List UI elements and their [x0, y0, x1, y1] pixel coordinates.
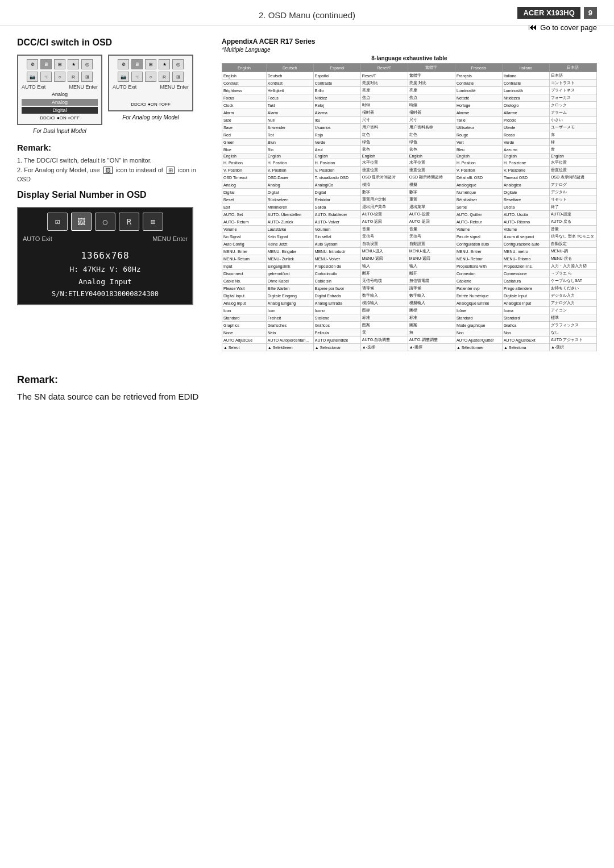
table-cell: MENU-返回 — [360, 255, 408, 263]
table-cell: Câblerie — [455, 277, 502, 285]
table-cell: MENU-進入 — [408, 248, 455, 255]
table-row: ContrastKontrastContraste亮度对比亮度 対比Contra… — [222, 80, 597, 87]
remark-icon-img: 🖼 — [103, 167, 113, 174]
table-row: GraphicsGrafischesGráficos图案圖案Mode graph… — [222, 322, 597, 329]
table-cell: AnalogiCo — [313, 181, 360, 189]
table-cell: 蓝色 — [360, 146, 408, 153]
table-cell: AUTO Ajuster/Quitter — [455, 337, 502, 344]
serial-input-type: Analog Input — [23, 276, 188, 288]
table-cell: Entrée Numérique — [455, 292, 502, 300]
table-cell: Focus — [266, 94, 313, 102]
table-row: AlarmAlarmAlarma报时器报时器AlarmeAllarmeアラーム — [222, 109, 597, 117]
table-cell: ▲ Selektieren — [266, 344, 313, 351]
table-cell: Reset/T — [360, 72, 408, 80]
table-row: ▲ Select▲ Selektieren▲ Seleccionar▲-选择▲-… — [222, 344, 597, 351]
table-cell: Bleu — [455, 146, 502, 153]
table-cell: AUTO アジャスト — [549, 337, 596, 344]
col-header: Espanol — [313, 64, 360, 72]
table-cell: 无 — [360, 329, 408, 337]
table-cell: Sin señal — [313, 233, 360, 240]
header-right: ACER X193HQ 9 ⏮ Go to cover page — [517, 7, 597, 32]
table-cell: 自動設定 — [549, 240, 596, 248]
table-cell: 標準 — [549, 314, 596, 322]
table-cell: Espere por favor — [313, 285, 360, 292]
serial-menu-labels: AUTO Exit MENU Enter — [23, 235, 188, 242]
table-cell: AUTO-自动调整 — [360, 337, 408, 344]
a-auto-label: AUTO Exit — [113, 84, 136, 90]
table-cell: Icône — [455, 307, 502, 314]
analog-osd-bottom-icons: 📷 ☜ ○ R ⊞ — [113, 72, 189, 82]
table-cell: ▲ Seleziona — [502, 344, 549, 351]
table-cell: AUTO- Return — [222, 218, 267, 226]
table-cell: Analog Entrada — [313, 300, 360, 307]
table-cell: コントラスト — [549, 80, 596, 87]
remark-note-2: 2. For Analog only Model, use 🖼 icon to … — [17, 165, 210, 184]
table-cell: 數字 — [408, 189, 455, 196]
table-cell: Input — [222, 263, 267, 270]
table-cell: Azul — [313, 146, 360, 153]
table-cell: ▲-选择 — [360, 344, 408, 351]
osd-menu-label: MENU Enter — [69, 84, 98, 90]
table-row: NoneNeinPelicula无無NonNonなし — [222, 329, 597, 337]
table-cell: 音量 — [549, 226, 596, 233]
table-row: No SignalKein SignalSin señal无信号无信号Pas d… — [222, 233, 597, 240]
a-osd-icon-camera: 📷 — [118, 72, 129, 82]
table-cell: Freiheit — [266, 314, 313, 322]
table-cell: 重置 — [408, 196, 455, 203]
table-row: AUTO AdjusCueAUTO AutopercentarimbaAUTO … — [222, 337, 597, 344]
table-cell: Délai affi. OSD — [455, 174, 502, 181]
table-cell: 自動設置 — [408, 240, 455, 248]
table-cell: Size — [222, 117, 267, 124]
table-cell: Alarm — [266, 109, 313, 117]
table-cell: 断开 — [360, 270, 408, 277]
table-cell: Digital — [222, 189, 267, 196]
analog-label: For Analog only Model — [108, 114, 193, 121]
bottom-remark: Remark: The SN data source can be retrie… — [0, 363, 614, 417]
table-cell: English — [408, 153, 455, 159]
table-cell: AUTO AdjusCue — [222, 337, 267, 344]
table-cell: なし — [549, 329, 596, 337]
table-cell: 亮度 対比 — [408, 80, 455, 87]
osd-auto-label: AUTO Exit — [22, 84, 45, 90]
table-row: AnalogAnalogAnalogiCo模拟模擬AnalogiqueAnalo… — [222, 181, 597, 189]
table-cell: English — [266, 153, 313, 159]
table-cell: 图案 — [360, 322, 408, 329]
table-cell: Digitale — [502, 189, 549, 196]
table-cell: Ohne Kabel — [266, 277, 313, 285]
table-cell: MENU- Introducir — [313, 248, 360, 255]
table-cell: Bitte Warten — [266, 285, 313, 292]
table-cell: AUTO Ajusteindize — [313, 337, 360, 344]
table-cell: OSD 显示时间超时 — [360, 174, 408, 181]
serial-icon-2: 🖼 — [71, 213, 92, 231]
table-cell: Réinitialiser — [455, 196, 502, 203]
osd-bottom-icons-row: 📷 ☜ ○ R ⊞ — [22, 72, 98, 82]
go-to-cover-link[interactable]: ⏮ Go to cover page — [528, 22, 597, 32]
table-cell: Deutsch — [266, 72, 313, 80]
table-header: EnglishDeutschEspanolReset/T繁體字FrancaisI… — [222, 64, 597, 72]
table-cell: Green — [222, 139, 267, 146]
table-cell: MENU- Ritorno — [502, 255, 549, 263]
table-cell: MENU-进入 — [360, 248, 408, 255]
table-cell: Volume — [222, 226, 267, 233]
table-cell: 无信号电缆 — [360, 277, 408, 285]
table-cell: 小さい — [549, 117, 596, 124]
table-cell: 尺寸 — [360, 117, 408, 124]
cover-link-label: Go to cover page — [540, 23, 597, 32]
dual-label: For Dual Input Model — [17, 128, 102, 134]
table-cell: Alarm — [222, 109, 267, 117]
table-cell: 焦点 — [360, 94, 408, 102]
table-cell: Reloj — [313, 102, 360, 109]
table-cell: 無 — [408, 329, 455, 337]
table-cell: 数字 — [360, 189, 408, 196]
table-cell: English — [222, 72, 267, 80]
analog-ddc-row: DDC/CI ●ON ○OFF — [113, 102, 189, 107]
table-cell: Nein — [266, 329, 313, 337]
table-cell: Helligkeit — [266, 87, 313, 94]
serial-osd-box: ⊡ 🖼 ○ R ⊞ AUTO Exit MENU Enter 1366x768 … — [17, 207, 193, 306]
table-cell: 水平位置 — [549, 159, 596, 167]
table-cell: Digitale Eingang — [266, 292, 313, 300]
serial-icon-3: ○ — [95, 213, 115, 231]
table-cell: Cable No. — [222, 277, 267, 285]
table-cell: Digital Input — [222, 292, 267, 300]
table-row: IconIconIcono图标圖標IcôneIconaアイコン — [222, 307, 597, 314]
